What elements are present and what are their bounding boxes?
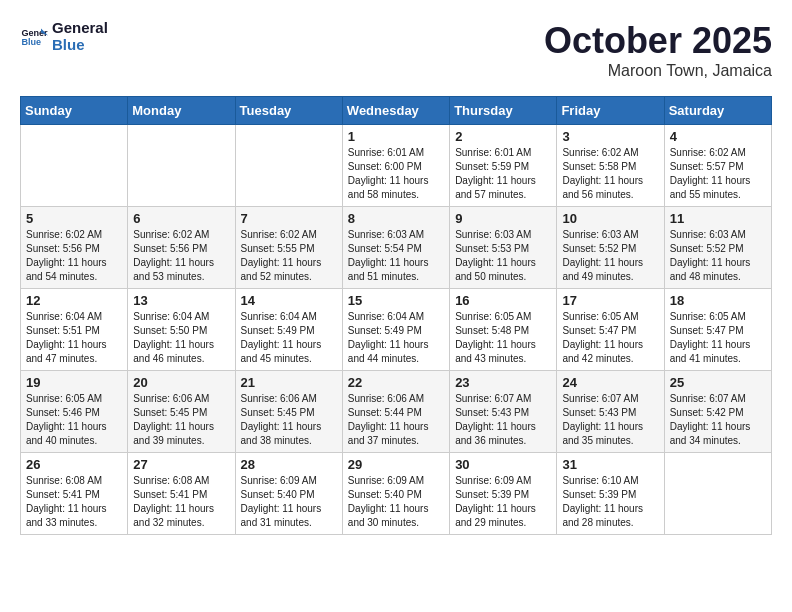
day-number: 21 [241,375,337,390]
calendar-cell: 14Sunrise: 6:04 AM Sunset: 5:49 PM Dayli… [235,289,342,371]
day-info: Sunrise: 6:05 AM Sunset: 5:48 PM Dayligh… [455,310,551,366]
svg-text:Blue: Blue [21,37,41,47]
day-number: 9 [455,211,551,226]
calendar-cell: 23Sunrise: 6:07 AM Sunset: 5:43 PM Dayli… [450,371,557,453]
weekday-header: Tuesday [235,97,342,125]
calendar-cell: 18Sunrise: 6:05 AM Sunset: 5:47 PM Dayli… [664,289,771,371]
day-number: 26 [26,457,122,472]
day-number: 27 [133,457,229,472]
calendar-cell [235,125,342,207]
day-number: 12 [26,293,122,308]
calendar-cell: 5Sunrise: 6:02 AM Sunset: 5:56 PM Daylig… [21,207,128,289]
day-info: Sunrise: 6:04 AM Sunset: 5:49 PM Dayligh… [348,310,444,366]
logo: General Blue General Blue [20,20,108,53]
day-info: Sunrise: 6:03 AM Sunset: 5:52 PM Dayligh… [670,228,766,284]
month-title: October 2025 [544,20,772,62]
calendar-cell: 27Sunrise: 6:08 AM Sunset: 5:41 PM Dayli… [128,453,235,535]
day-number: 3 [562,129,658,144]
calendar-week-row: 19Sunrise: 6:05 AM Sunset: 5:46 PM Dayli… [21,371,772,453]
day-info: Sunrise: 6:06 AM Sunset: 5:45 PM Dayligh… [241,392,337,448]
weekday-header: Sunday [21,97,128,125]
day-info: Sunrise: 6:02 AM Sunset: 5:55 PM Dayligh… [241,228,337,284]
day-info: Sunrise: 6:10 AM Sunset: 5:39 PM Dayligh… [562,474,658,530]
day-info: Sunrise: 6:08 AM Sunset: 5:41 PM Dayligh… [133,474,229,530]
calendar-cell: 19Sunrise: 6:05 AM Sunset: 5:46 PM Dayli… [21,371,128,453]
calendar-cell [664,453,771,535]
calendar-cell: 25Sunrise: 6:07 AM Sunset: 5:42 PM Dayli… [664,371,771,453]
calendar-cell: 9Sunrise: 6:03 AM Sunset: 5:53 PM Daylig… [450,207,557,289]
day-info: Sunrise: 6:07 AM Sunset: 5:42 PM Dayligh… [670,392,766,448]
calendar-cell: 20Sunrise: 6:06 AM Sunset: 5:45 PM Dayli… [128,371,235,453]
day-info: Sunrise: 6:07 AM Sunset: 5:43 PM Dayligh… [455,392,551,448]
day-number: 20 [133,375,229,390]
day-info: Sunrise: 6:03 AM Sunset: 5:54 PM Dayligh… [348,228,444,284]
calendar-cell: 16Sunrise: 6:05 AM Sunset: 5:48 PM Dayli… [450,289,557,371]
logo-line1: General [52,20,108,37]
day-info: Sunrise: 6:09 AM Sunset: 5:39 PM Dayligh… [455,474,551,530]
calendar-cell: 12Sunrise: 6:04 AM Sunset: 5:51 PM Dayli… [21,289,128,371]
day-number: 31 [562,457,658,472]
calendar-cell: 2Sunrise: 6:01 AM Sunset: 5:59 PM Daylig… [450,125,557,207]
day-number: 16 [455,293,551,308]
day-info: Sunrise: 6:02 AM Sunset: 5:56 PM Dayligh… [26,228,122,284]
logo-icon: General Blue [20,23,48,51]
page-header: General Blue General Blue October 2025 M… [20,20,772,80]
title-block: October 2025 Maroon Town, Jamaica [544,20,772,80]
calendar-cell: 15Sunrise: 6:04 AM Sunset: 5:49 PM Dayli… [342,289,449,371]
day-info: Sunrise: 6:02 AM Sunset: 5:56 PM Dayligh… [133,228,229,284]
day-info: Sunrise: 6:04 AM Sunset: 5:50 PM Dayligh… [133,310,229,366]
calendar-cell: 21Sunrise: 6:06 AM Sunset: 5:45 PM Dayli… [235,371,342,453]
day-info: Sunrise: 6:06 AM Sunset: 5:45 PM Dayligh… [133,392,229,448]
calendar-cell [128,125,235,207]
weekday-header: Thursday [450,97,557,125]
day-info: Sunrise: 6:06 AM Sunset: 5:44 PM Dayligh… [348,392,444,448]
calendar-cell: 29Sunrise: 6:09 AM Sunset: 5:40 PM Dayli… [342,453,449,535]
day-number: 24 [562,375,658,390]
calendar-cell: 11Sunrise: 6:03 AM Sunset: 5:52 PM Dayli… [664,207,771,289]
day-info: Sunrise: 6:03 AM Sunset: 5:52 PM Dayligh… [562,228,658,284]
calendar-cell: 17Sunrise: 6:05 AM Sunset: 5:47 PM Dayli… [557,289,664,371]
day-number: 7 [241,211,337,226]
day-number: 8 [348,211,444,226]
day-number: 6 [133,211,229,226]
day-info: Sunrise: 6:07 AM Sunset: 5:43 PM Dayligh… [562,392,658,448]
day-number: 17 [562,293,658,308]
day-info: Sunrise: 6:09 AM Sunset: 5:40 PM Dayligh… [241,474,337,530]
day-info: Sunrise: 6:09 AM Sunset: 5:40 PM Dayligh… [348,474,444,530]
day-info: Sunrise: 6:05 AM Sunset: 5:46 PM Dayligh… [26,392,122,448]
day-info: Sunrise: 6:02 AM Sunset: 5:57 PM Dayligh… [670,146,766,202]
day-number: 30 [455,457,551,472]
day-number: 2 [455,129,551,144]
day-info: Sunrise: 6:04 AM Sunset: 5:51 PM Dayligh… [26,310,122,366]
day-number: 25 [670,375,766,390]
calendar-cell: 4Sunrise: 6:02 AM Sunset: 5:57 PM Daylig… [664,125,771,207]
day-info: Sunrise: 6:02 AM Sunset: 5:58 PM Dayligh… [562,146,658,202]
day-info: Sunrise: 6:08 AM Sunset: 5:41 PM Dayligh… [26,474,122,530]
day-number: 4 [670,129,766,144]
calendar-cell: 7Sunrise: 6:02 AM Sunset: 5:55 PM Daylig… [235,207,342,289]
calendar-cell: 1Sunrise: 6:01 AM Sunset: 6:00 PM Daylig… [342,125,449,207]
day-number: 11 [670,211,766,226]
day-info: Sunrise: 6:05 AM Sunset: 5:47 PM Dayligh… [670,310,766,366]
day-number: 14 [241,293,337,308]
calendar-cell: 10Sunrise: 6:03 AM Sunset: 5:52 PM Dayli… [557,207,664,289]
weekday-header: Saturday [664,97,771,125]
weekday-header-row: SundayMondayTuesdayWednesdayThursdayFrid… [21,97,772,125]
calendar-cell: 31Sunrise: 6:10 AM Sunset: 5:39 PM Dayli… [557,453,664,535]
weekday-header: Friday [557,97,664,125]
calendar-week-row: 12Sunrise: 6:04 AM Sunset: 5:51 PM Dayli… [21,289,772,371]
day-info: Sunrise: 6:01 AM Sunset: 5:59 PM Dayligh… [455,146,551,202]
calendar-week-row: 1Sunrise: 6:01 AM Sunset: 6:00 PM Daylig… [21,125,772,207]
day-info: Sunrise: 6:05 AM Sunset: 5:47 PM Dayligh… [562,310,658,366]
calendar-cell: 8Sunrise: 6:03 AM Sunset: 5:54 PM Daylig… [342,207,449,289]
calendar-week-row: 26Sunrise: 6:08 AM Sunset: 5:41 PM Dayli… [21,453,772,535]
day-number: 28 [241,457,337,472]
day-info: Sunrise: 6:03 AM Sunset: 5:53 PM Dayligh… [455,228,551,284]
weekday-header: Wednesday [342,97,449,125]
calendar-cell [21,125,128,207]
calendar-cell: 22Sunrise: 6:06 AM Sunset: 5:44 PM Dayli… [342,371,449,453]
day-number: 1 [348,129,444,144]
calendar-cell: 28Sunrise: 6:09 AM Sunset: 5:40 PM Dayli… [235,453,342,535]
weekday-header: Monday [128,97,235,125]
day-number: 13 [133,293,229,308]
